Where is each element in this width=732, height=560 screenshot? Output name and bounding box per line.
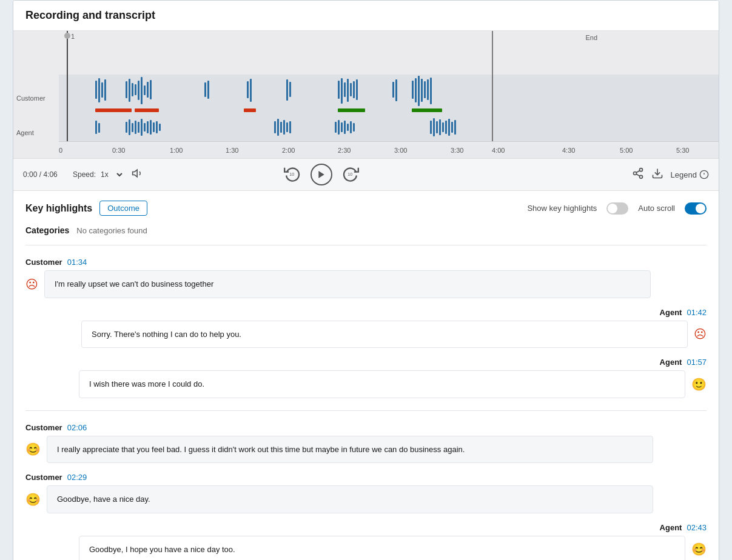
svg-rect-15 <box>138 81 139 100</box>
divider-1 <box>25 410 707 411</box>
svg-rect-27 <box>289 82 291 97</box>
svg-rect-34 <box>356 79 358 100</box>
forward-button[interactable]: 10 <box>342 165 359 185</box>
message-bubble-6: Goodbye, I hope you have a nice day too. <box>79 536 685 561</box>
svg-point-90 <box>639 168 642 171</box>
svg-rect-72 <box>344 121 346 134</box>
svg-rect-24 <box>250 79 252 102</box>
sentiment-icon-6: 😊 <box>691 542 707 556</box>
sentiment-icon-4: 😊 <box>25 442 41 456</box>
svg-rect-74 <box>350 121 352 133</box>
svg-rect-57 <box>153 122 155 132</box>
volume-button[interactable] <box>132 167 144 182</box>
svg-rect-47 <box>98 123 100 133</box>
svg-rect-17 <box>144 85 146 95</box>
svg-rect-66 <box>289 121 291 133</box>
message-bubble-3: I wish there was more I could do. <box>79 370 685 398</box>
playback-controls: 0:00 / 4:06 Speed: 1x 1.5x 2x 0.5x <box>13 158 719 190</box>
svg-text:10: 10 <box>348 172 352 176</box>
message-row-6: Goodbye, I hope you have a nice day too.… <box>25 536 707 561</box>
svg-rect-56 <box>150 120 152 135</box>
svg-line-93 <box>636 174 640 176</box>
sentiment-icon-5: 😊 <box>25 492 41 507</box>
outcome-tab[interactable]: Outcome <box>99 201 147 216</box>
svg-rect-76 <box>430 121 432 134</box>
svg-rect-62 <box>277 119 279 136</box>
speaker-time-4: 02:06 <box>67 423 87 432</box>
svg-rect-84 <box>454 120 456 135</box>
svg-rect-8 <box>101 82 103 98</box>
speaker-header-6: Agent 02:43 <box>25 523 707 532</box>
legend-button[interactable]: Legend <box>671 170 709 179</box>
waveform-visualization[interactable]: 1 <box>59 31 719 158</box>
svg-rect-28 <box>338 81 340 99</box>
svg-rect-53 <box>141 119 143 136</box>
svg-rect-43 <box>427 79 429 100</box>
svg-rect-33 <box>353 81 355 98</box>
categories-label: Categories <box>25 225 69 235</box>
message-group-4: Customer 02:06 😊 I really appreciate tha… <box>25 423 707 464</box>
speaker-header-4: Customer 02:06 <box>25 423 707 432</box>
speaker-time-6: 02:43 <box>687 523 707 532</box>
svg-rect-50 <box>132 123 133 132</box>
message-bubble-1: I'm really upset we can't do business to… <box>44 270 651 298</box>
svg-rect-65 <box>286 122 288 132</box>
auto-scroll-toggle[interactable] <box>685 202 707 215</box>
transcript-area: Customer 01:34 ☹ I'm really upset we can… <box>25 258 707 560</box>
speaker-name-3: Agent <box>660 358 682 367</box>
categories-row: Categories No categories found <box>25 225 707 245</box>
speaker-time-3: 01:57 <box>687 358 707 367</box>
speed-control: Speed: 1x 1.5x 2x 0.5x <box>73 170 124 179</box>
svg-rect-71 <box>341 122 343 132</box>
rewind-button[interactable]: 10 <box>284 165 301 185</box>
total-time: 4:06 <box>43 170 57 179</box>
message-bubble-2: Sorry. There's nothing I can do to help … <box>81 321 688 348</box>
svg-rect-20 <box>135 108 159 112</box>
svg-line-94 <box>636 170 640 172</box>
speaker-name-4: Customer <box>25 423 62 432</box>
tick-0: 0 <box>59 147 62 154</box>
message-row-3: I wish there was more I could do. 🙂 <box>25 370 707 398</box>
message-bubble-4: I really appreciate that you feel bad. I… <box>47 436 653 464</box>
show-highlights-toggle[interactable] <box>606 202 628 215</box>
svg-rect-59 <box>159 124 161 131</box>
svg-rect-19 <box>150 80 152 99</box>
svg-point-92 <box>639 175 642 178</box>
auto-scroll-label: Auto scroll <box>638 204 675 213</box>
message-group-1: Customer 01:34 ☹ I'm really upset we can… <box>25 258 707 298</box>
play-button[interactable] <box>311 164 332 185</box>
waveform-section: Customer Agent End 1 <box>13 31 719 191</box>
svg-rect-7 <box>98 78 100 102</box>
tick-100: 1:00 <box>170 147 183 154</box>
svg-rect-75 <box>353 123 355 132</box>
svg-rect-52 <box>138 122 139 133</box>
svg-rect-31 <box>347 79 349 102</box>
speed-dropdown[interactable]: 1x 1.5x 2x 0.5x <box>98 170 124 179</box>
main-container: Recording and transcript Customer Agent … <box>13 0 719 560</box>
message-group-3: Agent 01:57 I wish there was more I coul… <box>25 358 707 398</box>
share-button[interactable] <box>632 167 644 182</box>
tick-430: 4:30 <box>562 147 575 154</box>
message-row-5: 😊 Goodbye, have a nice day. <box>25 485 707 513</box>
no-categories-text: No categories found <box>76 226 147 235</box>
speaker-header-1: Customer 01:34 <box>25 258 707 267</box>
highlights-header: Key highlights Outcome Show key highligh… <box>25 201 707 216</box>
tick-500: 5:00 <box>620 147 633 154</box>
tick-200: 2:00 <box>282 147 295 154</box>
svg-rect-26 <box>286 79 288 101</box>
tick-030: 0:30 <box>112 147 125 154</box>
svg-rect-38 <box>412 81 414 99</box>
svg-rect-36 <box>392 82 394 98</box>
svg-rect-58 <box>156 121 158 133</box>
content-section: Key highlights Outcome Show key highligh… <box>13 191 719 560</box>
message-row-2: Sorry. There's nothing I can do to help … <box>25 321 707 348</box>
current-time: 0:00 <box>23 170 37 179</box>
time-display: 0:00 / 4:06 <box>23 170 65 179</box>
download-button[interactable] <box>651 167 663 182</box>
svg-rect-29 <box>341 78 343 104</box>
svg-rect-30 <box>344 82 346 97</box>
svg-rect-69 <box>335 122 337 133</box>
svg-rect-21 <box>204 82 206 97</box>
message-row-1: ☹ I'm really upset we can't do business … <box>25 270 707 298</box>
customer-track-label: Customer <box>16 95 45 102</box>
